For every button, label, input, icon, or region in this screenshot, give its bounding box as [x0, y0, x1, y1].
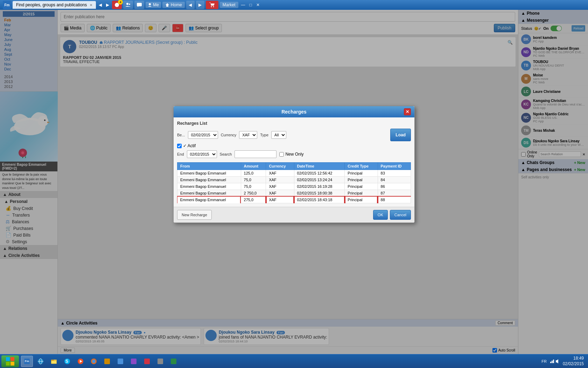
type-select[interactable]: All — [271, 131, 286, 139]
actif-checkbox[interactable] — [177, 144, 182, 148]
chat-icon-btn[interactable] — [134, 1, 144, 9]
notifications-area: 4 — [112, 1, 122, 9]
cell-credittype-4: Principal — [345, 190, 378, 197]
table-header: From Amount Currency DateTime Credit Typ… — [177, 163, 411, 170]
svg-rect-23 — [51, 361, 56, 363]
people-icon-btn[interactable] — [123, 1, 133, 9]
explorer-icon[interactable] — [48, 356, 59, 367]
back-nav-icon[interactable]: ◀ — [186, 1, 195, 9]
tray-icons — [550, 359, 560, 364]
svg-point-6 — [213, 6, 214, 7]
cell-datetime-5: 02/02/2015 18:43:18 — [294, 197, 345, 203]
ie-icon[interactable] — [35, 356, 46, 367]
cell-amount-3: 75,0 — [241, 183, 266, 190]
network-icon — [550, 359, 554, 364]
search-label: Search — [220, 152, 232, 156]
cell-from-3: Emmeni Bagop Emmanuel — [177, 183, 241, 190]
new-recharge-btn[interactable]: New Recharge — [177, 210, 212, 220]
cell-datetime-1: 02/02/2015 12:56:42 — [294, 170, 345, 177]
search-input[interactable] — [234, 150, 276, 158]
dialog-section-title: Recharges List — [177, 121, 411, 126]
cell-paymentid-1: 83 — [378, 170, 411, 177]
market-btn[interactable]: Market — [220, 2, 238, 8]
svg-rect-34 — [158, 359, 163, 364]
lang-indicator: FR — [541, 359, 547, 363]
svg-rect-22 — [51, 360, 54, 361]
currency-label: Currency — [221, 133, 237, 137]
dialog-close-btn[interactable]: ✕ — [404, 108, 411, 115]
cell-datetime-2: 02/02/2015 13:24:24 — [294, 177, 345, 183]
cell-credittype-1: Principal — [345, 170, 378, 177]
forward-nav-icon[interactable]: ▶ — [196, 1, 204, 9]
forward-btn[interactable]: ▶ — [105, 2, 111, 7]
cell-credittype-5: Principal — [345, 197, 378, 203]
begin-date-select[interactable]: 02/02/2015 — [188, 131, 218, 139]
window-close-btn[interactable]: ✕ — [255, 2, 261, 7]
footer-cancel-btn[interactable]: Cancel — [390, 210, 411, 220]
taskbar-app-item[interactable]: Fm — [21, 356, 33, 367]
cell-amount-4: 2 750,0 — [241, 190, 266, 197]
start-button[interactable] — [1, 355, 19, 367]
table-header-row: From Amount Currency DateTime Credit Typ… — [177, 163, 411, 170]
app7-icon[interactable] — [128, 356, 139, 367]
table-row[interactable]: Emmeni Bagop Emmanuel 2 750,0 XAF 02/02/… — [177, 190, 411, 197]
dialog-overlay: Recharges ✕ Recharges List Be... 02/02/2… — [0, 10, 588, 354]
firefox-icon[interactable] — [88, 356, 99, 367]
cell-from-1: Emmeni Bagop Emmanuel — [177, 170, 241, 177]
currency-select[interactable]: XAF — [239, 131, 257, 139]
back-btn[interactable]: ◀ — [97, 2, 103, 7]
end-label: End — [177, 152, 184, 156]
tab-close-icon[interactable]: ✕ — [90, 3, 92, 7]
cell-paymentid-5: 88 — [378, 197, 411, 203]
dialog-footer-right: OK Cancel — [373, 210, 411, 220]
table-row[interactable]: Emmeni Bagop Emmanuel 125,0 XAF 02/02/20… — [177, 170, 411, 177]
tab-label: Find peoples, groups and publications — [16, 2, 87, 7]
main-tab[interactable]: Find peoples, groups and publications ✕ — [13, 1, 96, 9]
svg-rect-15 — [10, 357, 14, 361]
skype-icon[interactable]: S — [62, 356, 73, 367]
svg-rect-30 — [104, 359, 110, 364]
cart-icon-btn[interactable] — [206, 1, 218, 9]
clock-date: 02/02/2015 — [563, 361, 584, 367]
app8-icon[interactable] — [141, 356, 153, 367]
maximize-btn[interactable]: □ — [248, 2, 253, 7]
actif-checkbox-row[interactable]: ✓ Actif — [177, 143, 196, 148]
form-row-2: ✓ Actif — [177, 143, 411, 148]
new-only-checkbox[interactable] — [279, 152, 284, 157]
cell-currency-3: XAF — [266, 183, 294, 190]
cell-paymentid-4: 87 — [378, 190, 411, 197]
cell-from-4: Emmeni Bagop Emmanuel — [177, 190, 241, 197]
me-btn[interactable]: Me — [146, 2, 161, 8]
home-btn[interactable]: Home — [162, 2, 185, 8]
media-player-icon[interactable] — [75, 356, 86, 367]
app6-icon[interactable] — [115, 356, 126, 367]
top-nav-bar: Fm Find peoples, groups and publications… — [0, 0, 588, 10]
minimize-btn[interactable]: — — [240, 2, 247, 7]
table-body: Emmeni Bagop Emmanuel 125,0 XAF 02/02/20… — [177, 170, 411, 203]
table-row-highlighted[interactable]: Emmeni Bagop Emmanuel 275,0 XAF 02/02/20… — [177, 197, 411, 203]
fm-logo: Fm — [3, 1, 11, 9]
form-row-1: Be... 02/02/2015 Currency XAF Type All L… — [177, 129, 411, 141]
cell-paymentid-2: 84 — [378, 177, 411, 183]
dialog-footer: New Recharge OK Cancel — [174, 207, 414, 223]
footer-ok-btn[interactable]: OK — [373, 210, 388, 220]
table-row[interactable]: Emmeni Bagop Emmanuel 75,0 XAF 02/02/201… — [177, 183, 411, 190]
table-container: From Amount Currency DateTime Credit Typ… — [177, 160, 411, 203]
app9-icon[interactable] — [155, 356, 166, 367]
begin-label: Be... — [177, 133, 185, 137]
table-row[interactable]: Emmeni Bagop Emmanuel 75,0 XAF 02/02/201… — [177, 177, 411, 183]
cell-datetime-4: 02/02/2015 18:00:38 — [294, 190, 345, 197]
recharges-table: From Amount Currency DateTime Credit Typ… — [177, 162, 411, 203]
dialog-title: Recharges — [184, 109, 404, 115]
load-btn[interactable]: Load — [390, 129, 411, 141]
cell-credittype-3: Principal — [345, 183, 378, 190]
app5-icon[interactable] — [102, 356, 113, 367]
cell-amount-1: 125,0 — [241, 170, 266, 177]
app10-icon[interactable] — [168, 356, 179, 367]
new-only-row[interactable]: New Only — [279, 152, 303, 157]
svg-rect-3 — [137, 3, 142, 6]
cell-currency-2: XAF — [266, 177, 294, 183]
cell-currency-1: XAF — [266, 170, 294, 177]
svg-point-4 — [149, 3, 151, 5]
end-date-select[interactable]: 02/02/2015 — [187, 150, 217, 158]
